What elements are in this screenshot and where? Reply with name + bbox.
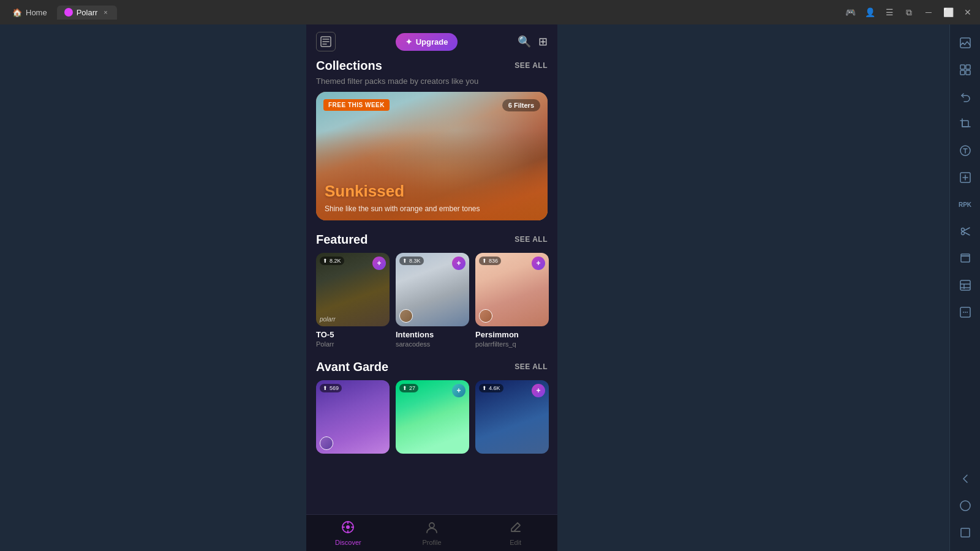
upgrade-label: Upgrade — [416, 37, 448, 47]
menu-icon[interactable]: ☰ — [882, 5, 897, 20]
tab-close-button[interactable]: × — [101, 8, 110, 17]
svg-point-19 — [965, 312, 966, 313]
search-icon[interactable]: 🔍 — [518, 35, 531, 48]
svg-point-2 — [346, 525, 350, 529]
account-icon[interactable]: 👤 — [862, 5, 877, 20]
sidebar-scissors-icon[interactable] — [953, 219, 978, 244]
filter-card-logo-0: polarr — [320, 316, 336, 323]
nav-item-edit[interactable]: Edit — [473, 520, 557, 546]
filter-card-2[interactable]: ⬆836 + Persimmon polarrfilters_q — [475, 253, 549, 348]
minimize-icon[interactable]: ─ — [921, 5, 936, 20]
home-tab-label: Home — [26, 8, 47, 17]
browser-controls: 🎮 👤 ☰ ⧉ ─ ⬜ ✕ — [843, 5, 980, 20]
filter-card-plus-0[interactable]: + — [372, 257, 386, 270]
collections-section: Collections SEE ALL Themed filter packs … — [306, 59, 557, 220]
browser-chrome: 🏠 Home Polarr × 🎮 👤 ☰ ⧉ ─ ⬜ ✕ — [0, 0, 980, 24]
tab-home[interactable]: 🏠 Home — [5, 6, 55, 20]
avant-card-plus-1[interactable]: + — [452, 384, 466, 397]
avant-garde-header: Avant Garde SEE ALL — [306, 360, 557, 374]
avant-card-0[interactable]: ⬆569 — [316, 380, 390, 457]
collection-card-sunkissed[interactable]: FREE THIS WEEK 6 Filters Sunkissed Shine… — [316, 92, 548, 220]
collection-card-desc: Shine like the sun with orange and ember… — [325, 204, 480, 213]
home-icon: 🏠 — [12, 8, 22, 17]
nav-item-discover[interactable]: Discover — [306, 520, 390, 546]
svg-rect-22 — [961, 528, 970, 537]
sidebar-image-icon[interactable] — [953, 31, 978, 55]
filter-card-plus-2[interactable]: + — [532, 257, 545, 270]
pip-icon[interactable]: ⧉ — [902, 5, 916, 20]
app-header: ✦ Upgrade 🔍 ⊞ — [306, 24, 557, 59]
avant-card-count-1: ⬆27 — [399, 384, 418, 392]
collection-card-title: Sunkissed — [325, 182, 404, 201]
avant-garde-see-all[interactable]: SEE ALL — [514, 362, 548, 371]
nav-item-profile[interactable]: Profile — [390, 520, 474, 546]
svg-rect-6 — [966, 65, 970, 69]
gamepad-icon[interactable]: 🎮 — [843, 5, 858, 20]
avant-card-img-0: ⬆569 — [316, 380, 390, 454]
svg-rect-8 — [966, 70, 970, 75]
filter-card-plus-1[interactable]: + — [452, 257, 466, 270]
discover-label: Discover — [335, 539, 361, 546]
upgrade-star-icon: ✦ — [405, 37, 412, 47]
sidebar-back-icon[interactable] — [953, 467, 978, 491]
collections-title: Collections — [316, 59, 382, 73]
filters-badge: 6 Filters — [502, 99, 540, 111]
profile-label: Profile — [422, 539, 441, 546]
filter-card-1[interactable]: ⬆8.3K + Intentions saracodess — [396, 253, 469, 348]
grid-icon[interactable]: ⊞ — [538, 35, 548, 48]
tab-active[interactable]: Polarr × — [57, 6, 118, 20]
filter-card-count-1: ⬆8.3K — [399, 257, 424, 265]
filter-card-avatar-2 — [479, 309, 492, 323]
svg-rect-5 — [960, 65, 965, 69]
sidebar-more-icon[interactable] — [953, 300, 978, 324]
sidebar-undo-icon[interactable] — [953, 84, 978, 109]
avant-card-avatar-0 — [320, 437, 333, 450]
filter-card-author-0: Polarr — [316, 340, 390, 348]
collections-see-all[interactable]: SEE ALL — [514, 61, 548, 70]
upgrade-button[interactable]: ✦ Upgrade — [396, 33, 458, 51]
discover-icon — [341, 520, 355, 537]
sidebar-circle-icon[interactable] — [953, 493, 978, 518]
filter-card-name-2: Persimmon — [475, 330, 549, 339]
polarr-favicon — [64, 8, 73, 17]
filter-card-img-0: ⬆8.2K + polarr — [316, 253, 390, 326]
avant-card-img-2: ⬆4.6K + — [475, 380, 549, 454]
app-logo — [316, 32, 336, 51]
sidebar-square-icon[interactable] — [953, 520, 978, 545]
sidebar-table-icon[interactable] — [953, 273, 978, 298]
featured-see-all[interactable]: SEE ALL — [514, 235, 548, 244]
svg-rect-7 — [960, 70, 965, 75]
featured-scroll: ⬆8.2K + polarr TO-5 Polarr ⬆8.3K — [306, 253, 557, 348]
sidebar-text-icon[interactable] — [953, 138, 978, 163]
restore-icon[interactable]: ⬜ — [941, 5, 956, 20]
sidebar-rpk-icon[interactable]: RPK — [953, 192, 978, 217]
sidebar-add-icon[interactable] — [953, 165, 978, 190]
avant-card-1[interactable]: ⬆27 + — [396, 380, 469, 457]
app-panel: ✦ Upgrade 🔍 ⊞ Collections SEE ALL Themed… — [306, 24, 557, 551]
right-sidebar: RPK — [949, 24, 980, 551]
filter-card-name-0: TO-5 — [316, 330, 390, 339]
svg-rect-16 — [960, 280, 970, 290]
sidebar-grid-icon[interactable] — [953, 58, 978, 82]
left-area — [0, 24, 306, 551]
sidebar-layers-icon[interactable] — [953, 246, 978, 271]
free-badge: FREE THIS WEEK — [323, 99, 390, 111]
featured-header: Featured SEE ALL — [306, 233, 557, 247]
edit-label: Edit — [510, 539, 521, 546]
avant-card-2[interactable]: ⬆4.6K + — [475, 380, 549, 457]
avant-card-count-2: ⬆4.6K — [479, 384, 503, 392]
filter-card-0[interactable]: ⬆8.2K + polarr TO-5 Polarr — [316, 253, 390, 348]
avant-card-plus-2[interactable]: + — [532, 384, 545, 397]
filter-card-img-1: ⬆8.3K + — [396, 253, 469, 326]
filter-card-name-1: Intentions — [396, 330, 469, 339]
svg-point-18 — [963, 312, 964, 313]
svg-rect-15 — [961, 254, 970, 256]
sidebar-crop-icon[interactable] — [953, 111, 978, 136]
close-window-icon[interactable]: ✕ — [960, 5, 975, 20]
svg-rect-14 — [961, 256, 970, 262]
filter-card-count-0: ⬆8.2K — [320, 257, 344, 265]
avant-card-count-0: ⬆569 — [320, 384, 342, 392]
tab-bar: 🏠 Home Polarr × — [0, 0, 122, 24]
header-icons: 🔍 ⊞ — [518, 35, 548, 48]
filter-card-avatar-1 — [399, 309, 413, 323]
